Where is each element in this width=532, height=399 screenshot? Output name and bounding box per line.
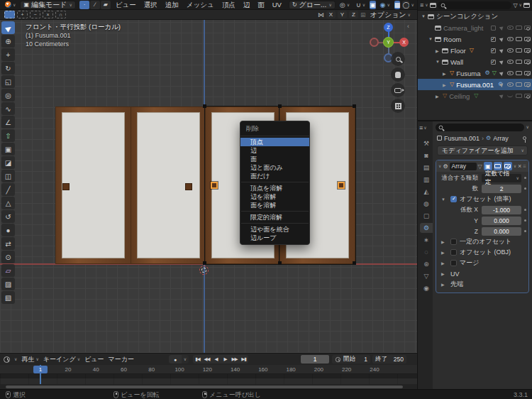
expand-icon[interactable]: ▶ [436,48,442,53]
factor-y-field[interactable]: 0.000 [482,217,521,225]
tool-button[interactable]: ▶ [1,21,15,34]
gizmo-y-ball[interactable]: Y [383,37,394,48]
tool-button[interactable]: ▨ [1,278,15,290]
vertex-dot[interactable] [353,104,356,108]
pin-icon[interactable] [523,136,526,140]
disable-render-icon[interactable] [524,26,531,30]
gizmo-neg-x-ball[interactable] [370,38,379,47]
breadcrumb-modifier[interactable]: Array [493,135,509,142]
extras-dropdown-icon[interactable]: ∨ [514,164,516,168]
disable-render-icon[interactable] [524,71,531,75]
filter-funnel-icon[interactable]: ▽ [513,2,517,9]
expand-icon[interactable]: ▶ [443,82,449,87]
properties-tab[interactable]: ▤ [420,163,433,173]
context-menu-item[interactable]: 辺を溶解 [240,192,309,201]
selectable-icon[interactable] [499,93,504,99]
outliner-row-wall[interactable]: ▼ Wall [418,56,532,67]
properties-tab[interactable]: ◌ [420,247,433,257]
vertex-dot[interactable] [278,104,282,108]
close-icon[interactable]: × [518,163,521,170]
properties-search-input[interactable] [436,124,524,131]
playback-menu[interactable]: 再生∨ [21,355,38,364]
zoom-button[interactable] [391,52,405,66]
menu-item[interactable]: 追加 [162,0,182,9]
timeline-tracks[interactable] [0,374,417,384]
tool-button[interactable]: ↻ [1,62,15,75]
tool-button[interactable]: ╱ [1,183,15,196]
mirror-z-button[interactable]: Z [349,11,358,18]
properties-tab[interactable]: ▽ [420,271,433,281]
properties-tab[interactable]: ◙ [420,151,433,160]
end-frame-field[interactable]: 終了 250 [372,355,406,364]
hide-eye-icon[interactable] [507,48,514,53]
shading-wireframe-button[interactable]: ◯ [402,1,409,9]
tool-button[interactable]: ◎ [1,89,15,102]
menu-item[interactable]: 面 [255,0,267,9]
start-frame-field[interactable]: 開始 1 [332,355,370,364]
disable-viewport-icon[interactable] [516,94,522,98]
show-on-cage-icon[interactable]: ▽ [478,163,482,170]
properties-tab[interactable]: ▢ [420,211,433,221]
gizmo-z-ball[interactable]: Z [384,23,393,32]
menu-item[interactable]: 選択 [141,0,160,9]
select-option-button[interactable]: + [17,11,28,18]
tool-button[interactable]: ⊕ [1,35,15,48]
context-menu-item[interactable]: 辺ループ [240,234,309,242]
snap-settings-button[interactable]: ▣ [370,1,376,9]
selectable-icon[interactable] [499,70,504,76]
marker-menu[interactable]: マーカー [108,355,133,364]
menu-item[interactable]: ビュー [113,0,139,9]
hide-eye-icon[interactable] [507,71,514,75]
offset-checkbox[interactable] [450,196,457,202]
playback-button[interactable]: ▮◀ [193,355,202,364]
tool-button[interactable]: + [1,48,15,61]
context-menu-item[interactable]: 辺と面のみ [240,163,309,172]
keying-menu[interactable]: キーイング∨ [43,355,80,364]
exclude-checkbox[interactable] [491,60,496,65]
tool-button[interactable]: ◪ [1,156,15,169]
animate-dot[interactable] [523,209,527,211]
disable-render-icon[interactable] [524,48,531,53]
selectable-icon[interactable] [499,36,504,42]
select-mode-button[interactable]: ∕ [90,1,100,9]
outliner-row-fusuma[interactable]: ▶ ▽ Fusuma ⚙ ▽ [418,67,532,79]
current-frame-field[interactable]: 1 [301,355,329,364]
vertex-dot[interactable] [278,261,282,265]
outliner-row-fusuma-001-selected[interactable]: ▶ ▽ Fusuma.001 ⚙ [418,79,532,90]
selectable-icon[interactable] [499,25,504,31]
xray-toggle[interactable]: ▩ [394,1,401,9]
exclude-checkbox[interactable] [491,37,496,42]
section-checkbox[interactable] [450,239,457,245]
disable-render-icon[interactable] [524,82,531,87]
select-option-button[interactable]: ∩ [55,11,66,18]
options-dropdown[interactable]: オプション ∨ [367,11,413,19]
disable-viewport-icon[interactable] [516,48,522,53]
menu-item[interactable]: 辺 [240,0,253,9]
outliner-row-scene-collection[interactable]: ▼ シーンコレクション [418,11,532,22]
expand-icon[interactable]: ▶ [436,94,442,99]
gizmo-x-ball[interactable]: X [399,38,409,47]
pan-button[interactable] [391,67,405,82]
menu-item[interactable]: 頂点 [219,0,238,9]
timeline-editor-icon[interactable] [4,356,10,363]
sidebar-collapse-arrow[interactable]: ‹ [407,23,409,30]
properties-tab[interactable]: ◭ [420,187,433,197]
animate-dot[interactable] [523,177,527,179]
expand-icon[interactable]: ▼ [421,14,428,18]
playback-button[interactable]: ▶ [221,355,230,364]
disable-render-icon[interactable] [524,94,531,98]
disable-render-icon[interactable] [524,37,531,41]
context-menu-item[interactable]: 頂点 [240,138,309,146]
animate-dot[interactable] [523,219,527,222]
properties-tab[interactable]: ▥ [420,175,433,185]
context-menu-item[interactable] [241,223,309,224]
disable-viewport-icon[interactable] [516,71,522,75]
outliner-row-room[interactable]: ▼ Room [418,33,532,45]
context-menu-item[interactable]: 面を溶解 [240,201,309,209]
viewport-3d[interactable]: フロント・平行投影 (ローカル) (1) Fusuma.001 10 Centi… [0,20,417,353]
hide-eye-icon[interactable] [507,37,514,41]
select-mode-button[interactable]: ∙ [79,1,89,9]
properties-tab[interactable]: ◉ [420,283,433,293]
vertex-dot[interactable] [353,261,356,265]
vertex-dot[interactable] [203,104,206,108]
